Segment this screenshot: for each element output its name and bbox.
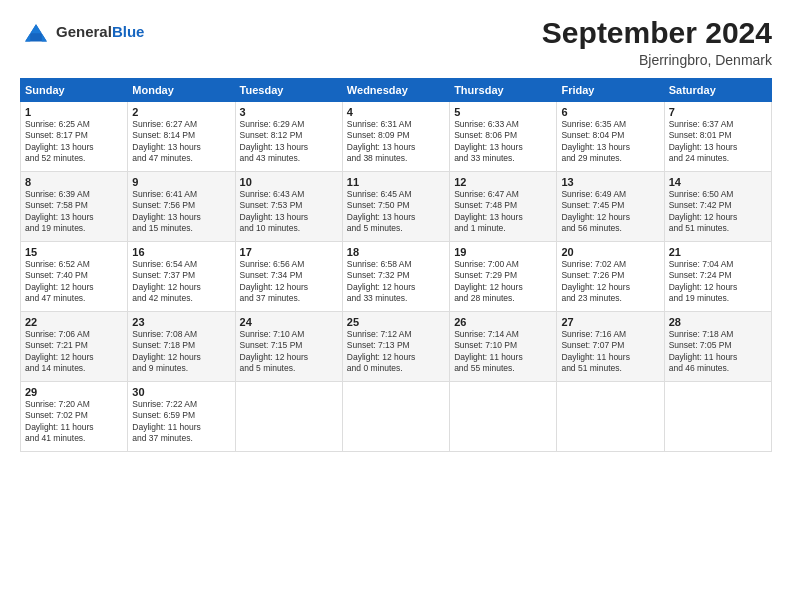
day-info: Sunrise: 7:04 AM Sunset: 7:24 PM Dayligh… <box>669 259 767 305</box>
day-info: Sunrise: 7:02 AM Sunset: 7:26 PM Dayligh… <box>561 259 659 305</box>
calendar-cell: 27Sunrise: 7:16 AM Sunset: 7:07 PM Dayli… <box>557 312 664 382</box>
day-number: 27 <box>561 316 659 328</box>
calendar-cell <box>450 382 557 452</box>
day-info: Sunrise: 6:45 AM Sunset: 7:50 PM Dayligh… <box>347 189 445 235</box>
calendar-cell <box>342 382 449 452</box>
calendar-cell: 12Sunrise: 6:47 AM Sunset: 7:48 PM Dayli… <box>450 172 557 242</box>
day-number: 20 <box>561 246 659 258</box>
calendar-week-row: 1Sunrise: 6:25 AM Sunset: 8:17 PM Daylig… <box>21 102 772 172</box>
page: GeneralBlue September 2024 Bjerringbro, … <box>0 0 792 612</box>
day-info: Sunrise: 6:58 AM Sunset: 7:32 PM Dayligh… <box>347 259 445 305</box>
day-number: 8 <box>25 176 123 188</box>
calendar-body: 1Sunrise: 6:25 AM Sunset: 8:17 PM Daylig… <box>21 102 772 452</box>
calendar-cell <box>235 382 342 452</box>
day-info: Sunrise: 6:52 AM Sunset: 7:40 PM Dayligh… <box>25 259 123 305</box>
weekday-row: SundayMondayTuesdayWednesdayThursdayFrid… <box>21 79 772 102</box>
calendar-cell: 5Sunrise: 6:33 AM Sunset: 8:06 PM Daylig… <box>450 102 557 172</box>
calendar-cell: 18Sunrise: 6:58 AM Sunset: 7:32 PM Dayli… <box>342 242 449 312</box>
weekday-header: Wednesday <box>342 79 449 102</box>
calendar-cell: 4Sunrise: 6:31 AM Sunset: 8:09 PM Daylig… <box>342 102 449 172</box>
calendar-cell: 2Sunrise: 6:27 AM Sunset: 8:14 PM Daylig… <box>128 102 235 172</box>
calendar-cell: 14Sunrise: 6:50 AM Sunset: 7:42 PM Dayli… <box>664 172 771 242</box>
day-number: 13 <box>561 176 659 188</box>
day-info: Sunrise: 6:37 AM Sunset: 8:01 PM Dayligh… <box>669 119 767 165</box>
title-block: September 2024 Bjerringbro, Denmark <box>542 16 772 68</box>
day-info: Sunrise: 6:41 AM Sunset: 7:56 PM Dayligh… <box>132 189 230 235</box>
calendar-cell: 6Sunrise: 6:35 AM Sunset: 8:04 PM Daylig… <box>557 102 664 172</box>
day-number: 23 <box>132 316 230 328</box>
day-number: 10 <box>240 176 338 188</box>
logo: GeneralBlue <box>20 16 144 48</box>
calendar-cell: 19Sunrise: 7:00 AM Sunset: 7:29 PM Dayli… <box>450 242 557 312</box>
day-number: 24 <box>240 316 338 328</box>
weekday-header: Friday <box>557 79 664 102</box>
calendar-week-row: 15Sunrise: 6:52 AM Sunset: 7:40 PM Dayli… <box>21 242 772 312</box>
calendar-week-row: 22Sunrise: 7:06 AM Sunset: 7:21 PM Dayli… <box>21 312 772 382</box>
day-info: Sunrise: 6:39 AM Sunset: 7:58 PM Dayligh… <box>25 189 123 235</box>
calendar-cell: 16Sunrise: 6:54 AM Sunset: 7:37 PM Dayli… <box>128 242 235 312</box>
logo-general: General <box>56 23 112 40</box>
calendar-week-row: 29Sunrise: 7:20 AM Sunset: 7:02 PM Dayli… <box>21 382 772 452</box>
day-info: Sunrise: 7:14 AM Sunset: 7:10 PM Dayligh… <box>454 329 552 375</box>
header: GeneralBlue September 2024 Bjerringbro, … <box>20 16 772 68</box>
weekday-header: Thursday <box>450 79 557 102</box>
day-info: Sunrise: 6:27 AM Sunset: 8:14 PM Dayligh… <box>132 119 230 165</box>
day-number: 28 <box>669 316 767 328</box>
calendar-cell: 28Sunrise: 7:18 AM Sunset: 7:05 PM Dayli… <box>664 312 771 382</box>
calendar-cell: 25Sunrise: 7:12 AM Sunset: 7:13 PM Dayli… <box>342 312 449 382</box>
day-number: 14 <box>669 176 767 188</box>
day-number: 21 <box>669 246 767 258</box>
calendar-cell: 8Sunrise: 6:39 AM Sunset: 7:58 PM Daylig… <box>21 172 128 242</box>
weekday-header: Saturday <box>664 79 771 102</box>
day-info: Sunrise: 6:25 AM Sunset: 8:17 PM Dayligh… <box>25 119 123 165</box>
day-info: Sunrise: 6:31 AM Sunset: 8:09 PM Dayligh… <box>347 119 445 165</box>
day-number: 3 <box>240 106 338 118</box>
day-number: 4 <box>347 106 445 118</box>
calendar-cell: 3Sunrise: 6:29 AM Sunset: 8:12 PM Daylig… <box>235 102 342 172</box>
calendar-header: SundayMondayTuesdayWednesdayThursdayFrid… <box>21 79 772 102</box>
calendar-cell: 1Sunrise: 6:25 AM Sunset: 8:17 PM Daylig… <box>21 102 128 172</box>
calendar-cell: 7Sunrise: 6:37 AM Sunset: 8:01 PM Daylig… <box>664 102 771 172</box>
day-info: Sunrise: 6:43 AM Sunset: 7:53 PM Dayligh… <box>240 189 338 235</box>
day-number: 29 <box>25 386 123 398</box>
calendar-cell: 23Sunrise: 7:08 AM Sunset: 7:18 PM Dayli… <box>128 312 235 382</box>
calendar-cell: 29Sunrise: 7:20 AM Sunset: 7:02 PM Dayli… <box>21 382 128 452</box>
day-info: Sunrise: 6:49 AM Sunset: 7:45 PM Dayligh… <box>561 189 659 235</box>
calendar-table: SundayMondayTuesdayWednesdayThursdayFrid… <box>20 78 772 452</box>
calendar-cell: 20Sunrise: 7:02 AM Sunset: 7:26 PM Dayli… <box>557 242 664 312</box>
day-number: 15 <box>25 246 123 258</box>
calendar-week-row: 8Sunrise: 6:39 AM Sunset: 7:58 PM Daylig… <box>21 172 772 242</box>
day-number: 6 <box>561 106 659 118</box>
day-info: Sunrise: 7:00 AM Sunset: 7:29 PM Dayligh… <box>454 259 552 305</box>
day-info: Sunrise: 6:56 AM Sunset: 7:34 PM Dayligh… <box>240 259 338 305</box>
weekday-header: Monday <box>128 79 235 102</box>
calendar-cell: 17Sunrise: 6:56 AM Sunset: 7:34 PM Dayli… <box>235 242 342 312</box>
day-number: 25 <box>347 316 445 328</box>
day-info: Sunrise: 7:16 AM Sunset: 7:07 PM Dayligh… <box>561 329 659 375</box>
calendar-cell: 24Sunrise: 7:10 AM Sunset: 7:15 PM Dayli… <box>235 312 342 382</box>
location: Bjerringbro, Denmark <box>542 52 772 68</box>
day-info: Sunrise: 7:10 AM Sunset: 7:15 PM Dayligh… <box>240 329 338 375</box>
day-number: 12 <box>454 176 552 188</box>
logo-blue: Blue <box>112 23 145 40</box>
calendar-cell: 22Sunrise: 7:06 AM Sunset: 7:21 PM Dayli… <box>21 312 128 382</box>
calendar-cell: 10Sunrise: 6:43 AM Sunset: 7:53 PM Dayli… <box>235 172 342 242</box>
day-info: Sunrise: 6:47 AM Sunset: 7:48 PM Dayligh… <box>454 189 552 235</box>
calendar-cell: 26Sunrise: 7:14 AM Sunset: 7:10 PM Dayli… <box>450 312 557 382</box>
calendar-cell <box>557 382 664 452</box>
weekday-header: Sunday <box>21 79 128 102</box>
day-number: 18 <box>347 246 445 258</box>
day-number: 22 <box>25 316 123 328</box>
calendar-cell: 11Sunrise: 6:45 AM Sunset: 7:50 PM Dayli… <box>342 172 449 242</box>
day-info: Sunrise: 7:06 AM Sunset: 7:21 PM Dayligh… <box>25 329 123 375</box>
logo-icon <box>20 16 52 48</box>
day-info: Sunrise: 6:29 AM Sunset: 8:12 PM Dayligh… <box>240 119 338 165</box>
calendar-cell: 15Sunrise: 6:52 AM Sunset: 7:40 PM Dayli… <box>21 242 128 312</box>
day-number: 19 <box>454 246 552 258</box>
day-info: Sunrise: 6:35 AM Sunset: 8:04 PM Dayligh… <box>561 119 659 165</box>
day-number: 30 <box>132 386 230 398</box>
day-info: Sunrise: 6:33 AM Sunset: 8:06 PM Dayligh… <box>454 119 552 165</box>
day-info: Sunrise: 7:18 AM Sunset: 7:05 PM Dayligh… <box>669 329 767 375</box>
day-number: 17 <box>240 246 338 258</box>
day-number: 1 <box>25 106 123 118</box>
